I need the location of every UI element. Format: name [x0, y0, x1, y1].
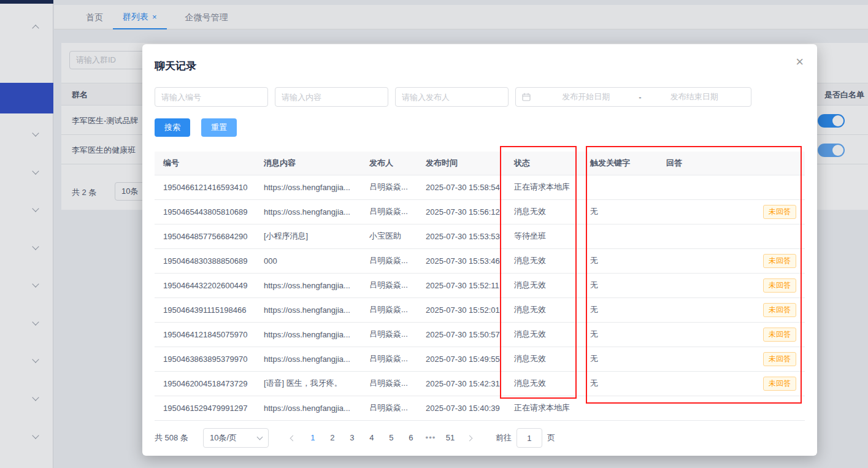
cell-answer — [658, 175, 805, 199]
col-answer: 回答 — [658, 152, 805, 175]
prev-page-button[interactable] — [283, 428, 303, 448]
goto-page-input[interactable] — [517, 428, 542, 448]
cell-keyword — [582, 175, 658, 199]
cell-message-id: 1950464830388850689 — [155, 248, 255, 273]
cell-content: https://oss.hengfangjia... — [255, 297, 361, 322]
cell-time: 2025-07-30 15:53:53 — [417, 224, 505, 248]
cell-answer: 未回答 — [658, 347, 805, 371]
cell-status: 消息无效 — [505, 248, 582, 273]
table-row: 1950465443805810689 https://oss.hengfang… — [155, 199, 805, 224]
cell-message-id: 1950464121845075970 — [155, 322, 255, 347]
cell-message-id: 1950465443805810689 — [155, 199, 255, 224]
cell-message-id: 1950461529479991297 — [155, 396, 255, 420]
modal-title: 聊天记录 — [155, 59, 196, 73]
content-input[interactable] — [275, 87, 388, 107]
cell-status: 正在请求本地库 — [505, 175, 582, 199]
table-row: 1950464432202600449 https://oss.hengfang… — [155, 273, 805, 297]
unanswered-tag: 未回答 — [763, 254, 796, 268]
page-size-value: 10条/页 — [210, 432, 237, 443]
cell-content: https://oss.hengfangjia... — [255, 175, 361, 199]
cell-answer: 未回答 — [658, 273, 805, 297]
page-button-5[interactable]: 5 — [382, 428, 401, 448]
cell-message-id: 1950463863895379970 — [155, 347, 255, 371]
date-separator: - — [639, 93, 641, 102]
pagination-bar: 共 508 条 10条/页 123456•••51 前往 页 — [155, 428, 805, 448]
cell-time: 2025-07-30 15:52:11 — [417, 273, 505, 297]
publisher-input[interactable] — [395, 87, 509, 107]
cell-status: 消息无效 — [505, 322, 582, 347]
action-buttons: 搜索 重置 — [155, 118, 237, 137]
cell-publisher: 吕明焱焱... — [361, 175, 417, 199]
table-row: 1950464857756684290 [小程序消息] 小宝医助 2025-07… — [155, 224, 805, 248]
table-row: 1950463863895379970 https://oss.hengfang… — [155, 347, 805, 371]
cell-keyword: 无 — [582, 248, 658, 273]
unanswered-tag: 未回答 — [763, 303, 796, 317]
cell-keyword: 无 — [582, 273, 658, 297]
unanswered-tag: 未回答 — [763, 205, 796, 219]
cell-publisher: 小宝医助 — [361, 224, 417, 248]
page-ellipsis: ••• — [421, 428, 440, 448]
cell-content: https://oss.hengfangjia... — [255, 347, 361, 371]
page-button-1[interactable]: 1 — [303, 428, 323, 448]
col-status: 状态 — [505, 152, 582, 175]
page-numbers: 123456•••51 — [303, 428, 460, 448]
cell-content: https://oss.hengfangjia... — [255, 396, 361, 420]
page-button-2[interactable]: 2 — [323, 428, 342, 448]
cell-content: 000 — [255, 248, 361, 273]
cell-status: 消息无效 — [505, 273, 582, 297]
cell-answer: 未回答 — [658, 297, 805, 322]
cell-status: 消息无效 — [505, 347, 582, 371]
chat-records-modal: 聊天记录 × 发布开始日期 - 发布结束日期 搜索 重置 编号 消息内容 发布人… — [142, 44, 817, 456]
cell-keyword — [582, 396, 658, 420]
page-button-4[interactable]: 4 — [362, 428, 382, 448]
cell-time: 2025-07-30 15:42:31 — [417, 371, 505, 396]
cell-time: 2025-07-30 15:56:12 — [417, 199, 505, 224]
cell-message-id: 1950464432202600449 — [155, 273, 255, 297]
date-range-picker[interactable]: 发布开始日期 - 发布结束日期 — [515, 87, 751, 107]
next-page-button[interactable] — [460, 428, 480, 448]
table-row: 1950464391115198466 https://oss.hengfang… — [155, 297, 805, 322]
cell-keyword: 无 — [582, 347, 658, 371]
cell-status: 消息无效 — [505, 371, 582, 396]
cell-publisher: 吕明焱焱... — [361, 199, 417, 224]
unanswered-tag: 未回答 — [763, 328, 796, 342]
cell-message-id: 1950466121416593410 — [155, 175, 255, 199]
cell-keyword: 无 — [582, 297, 658, 322]
date-start-placeholder[interactable]: 发布开始日期 — [536, 91, 636, 102]
cell-answer: 未回答 — [658, 248, 805, 273]
search-button[interactable]: 搜索 — [155, 118, 190, 137]
cell-keyword: 无 — [582, 199, 658, 224]
col-content: 消息内容 — [255, 152, 361, 175]
cell-publisher: 吕明焱焱... — [361, 322, 417, 347]
cell-time: 2025-07-30 15:58:54 — [417, 175, 505, 199]
cell-answer: 未回答 — [658, 371, 805, 396]
page-size-select[interactable]: 10条/页 — [203, 428, 269, 448]
cell-publisher: 吕明焱焱... — [361, 347, 417, 371]
cell-answer: 未回答 — [658, 322, 805, 347]
table-row: 1950464121845075970 https://oss.hengfang… — [155, 322, 805, 347]
filter-row: 发布开始日期 - 发布结束日期 — [155, 87, 751, 107]
page-button-6[interactable]: 6 — [401, 428, 421, 448]
total-count: 共 508 条 — [155, 432, 188, 443]
cell-status: 消息无效 — [505, 297, 582, 322]
table-row: 1950466121416593410 https://oss.hengfang… — [155, 175, 805, 199]
date-end-placeholder[interactable]: 发布结束日期 — [644, 91, 745, 102]
cell-keyword: 无 — [582, 371, 658, 396]
cell-time: 2025-07-30 15:50:57 — [417, 322, 505, 347]
cell-time: 2025-07-30 15:53:46 — [417, 248, 505, 273]
close-icon[interactable]: × — [796, 55, 804, 69]
cell-message-id: 1950464857756684290 — [155, 224, 255, 248]
col-keyword: 触发关键字 — [582, 152, 658, 175]
message-id-input[interactable] — [155, 87, 268, 107]
calendar-icon — [522, 93, 531, 101]
cell-content: https://oss.hengfangjia... — [255, 199, 361, 224]
page-button-3[interactable]: 3 — [342, 428, 362, 448]
cell-content: [小程序消息] — [255, 224, 361, 248]
col-id: 编号 — [155, 152, 255, 175]
reset-button[interactable]: 重置 — [201, 118, 237, 137]
page-button-51[interactable]: 51 — [440, 428, 460, 448]
table-header-row: 编号 消息内容 发布人 发布时间 状态 触发关键字 回答 — [155, 152, 805, 175]
cell-publisher: 吕明焱焱... — [361, 248, 417, 273]
cell-status: 正在请求本地库 — [505, 396, 582, 420]
unanswered-tag: 未回答 — [763, 278, 796, 293]
